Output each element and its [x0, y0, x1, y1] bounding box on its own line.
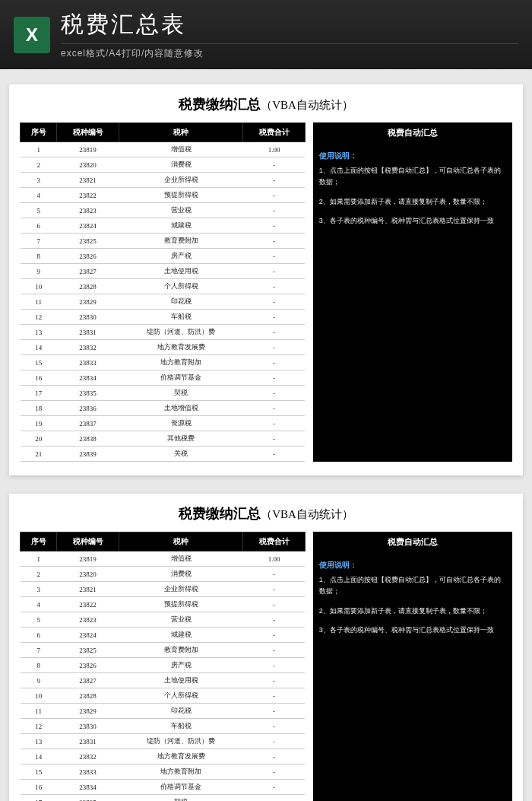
table-cell: - [243, 188, 306, 203]
excel-x-glyph: X [26, 26, 38, 44]
table-cell: - [243, 643, 306, 658]
table-cell: 1 [21, 551, 57, 567]
table-row: 323821企业所得税- [21, 582, 306, 597]
table-cell: 17 [21, 795, 57, 802]
table-row: 1423832地方教育发展费- [21, 749, 306, 764]
table-cell: - [243, 719, 306, 734]
side-panel: 税费自动汇总使用说明：1、点击上面的按钮【税费自动汇总】，可自动汇总各子表的数据… [313, 122, 512, 462]
table-row: 1523833地方教育附加- [21, 355, 306, 370]
table-cell: 12 [21, 310, 57, 325]
table-cell: 6 [21, 218, 57, 234]
table-cell: 教育费附加 [119, 234, 242, 249]
table-cell: 堤防（河道、防洪）费 [119, 325, 242, 340]
table-cell: 18 [21, 401, 57, 416]
panel-body: 使用说明：1、点击上面的按钮【税费自动汇总】，可自动汇总各子表的数据；2、如果需… [313, 552, 512, 801]
table-row: 223820消费税- [21, 567, 306, 582]
table-cell: 6 [21, 628, 57, 643]
sheet-preview-2: 税费缴纳汇总（VBA自动统计）序号税种编号税种税费合计123819增值税1.00… [9, 494, 523, 801]
header-text: 税费汇总表 excel格式/A4打印/内容随意修改 [61, 9, 518, 60]
table-cell: - [243, 173, 306, 188]
table-row: 123819增值税1.00 [21, 551, 306, 567]
sheet-title: 税费缴纳汇总（VBA自动统计） [20, 95, 512, 113]
table-cell: 城建税 [119, 628, 242, 643]
table-cell: - [243, 734, 306, 749]
table-header-cell: 序号 [21, 532, 57, 551]
table-cell: 价格调节基金 [119, 370, 242, 386]
table-cell: 4 [21, 597, 57, 612]
sheet-title-sub: （VBA自动统计） [261, 99, 353, 111]
table-cell: 13 [21, 325, 57, 340]
table-row: 1023828个人所得税- [21, 279, 306, 294]
panel-header-button[interactable]: 税费自动汇总 [313, 532, 512, 552]
table-cell: 23825 [57, 643, 119, 658]
table-cell: 23828 [57, 279, 119, 294]
table-cell: 23835 [57, 386, 119, 401]
table-cell: 地方教育发展费 [119, 749, 242, 764]
table-cell: 价格调节基金 [119, 780, 242, 795]
table-cell: - [243, 780, 306, 795]
table-header-cell: 税种 [119, 123, 242, 142]
instruction-item: 1、点击上面的按钮【税费自动汇总】，可自动汇总各子表的数据； [319, 165, 506, 189]
table-cell: 23832 [57, 340, 119, 355]
table-cell: - [243, 386, 306, 401]
table-row: 1223830车船税- [21, 719, 306, 734]
table-cell: 23834 [57, 370, 119, 386]
table-cell: - [243, 218, 306, 234]
table-cell: 16 [21, 370, 57, 386]
table-cell: 23823 [57, 612, 119, 628]
table-cell: 15 [21, 355, 57, 370]
table-cell: 23832 [57, 749, 119, 764]
table-cell: 城建税 [119, 218, 242, 234]
page-header: X 税费汇总表 excel格式/A4打印/内容随意修改 [0, 0, 532, 69]
panel-header-button[interactable]: 税费自动汇总 [313, 122, 512, 143]
table-cell: - [243, 355, 306, 370]
tax-table: 序号税种编号税种税费合计123819增值税1.00223820消费税-32382… [20, 122, 306, 462]
table-cell: 车船税 [119, 310, 242, 325]
table-cell: 23822 [57, 597, 119, 612]
table-cell: 2 [21, 157, 57, 173]
table-cell: - [243, 447, 306, 462]
table-row: 423822预提所得税- [21, 597, 306, 612]
table-row: 1423832地方教育发展费- [21, 340, 306, 355]
table-cell: - [243, 249, 306, 264]
table-cell: - [243, 279, 306, 294]
table-cell: 1 [21, 142, 57, 157]
table-cell: 印花税 [119, 294, 242, 310]
table-cell: - [243, 612, 306, 628]
table-row: 1323831堤防（河道、防洪）费- [21, 734, 306, 749]
instructions-label: 使用说明： [319, 558, 506, 571]
table-cell: 23831 [57, 734, 119, 749]
table-row: 1523833地方教育附加- [21, 764, 306, 780]
table-cell: 车船税 [119, 719, 242, 734]
table-cell: 23836 [57, 401, 119, 416]
instruction-item: 3、各子表的税种编号、税种需与汇总表格式位置保持一致 [319, 215, 506, 227]
table-cell: 企业所得税 [119, 173, 242, 188]
table-row: 1023828个人所得税- [21, 688, 306, 704]
table-cell: 14 [21, 749, 57, 764]
table-cell: 预提所得税 [119, 188, 242, 203]
instruction-item: 2、如果需要添加新子表，请直接复制子表，数量不限； [319, 196, 506, 208]
sheet-preview-1: 税费缴纳汇总（VBA自动统计）序号税种编号税种税费合计123819增值税1.00… [9, 84, 523, 475]
table-cell: 3 [21, 582, 57, 597]
table-cell: 20 [21, 431, 57, 447]
table-cell: 1.00 [243, 142, 306, 157]
table-row: 823826房产税- [21, 249, 306, 264]
table-cell: - [243, 370, 306, 386]
table-cell: 23839 [57, 447, 119, 462]
table-cell: 契税 [119, 386, 242, 401]
table-cell: 资源税 [119, 416, 242, 431]
sheet-title-main: 税费缴纳汇总 [179, 506, 261, 521]
table-cell: 印花税 [119, 704, 242, 719]
table-cell: 23824 [57, 218, 119, 234]
instruction-item: 1、点击上面的按钮【税费自动汇总】，可自动汇总各子表的数据； [319, 574, 506, 598]
table-row: 2123839关税- [21, 447, 306, 462]
table-cell: - [243, 628, 306, 643]
table-cell: 23830 [57, 719, 119, 734]
table-row: 1123829印花税- [21, 704, 306, 719]
table-cell: - [243, 795, 306, 802]
table-cell: 16 [21, 780, 57, 795]
table-cell: 2 [21, 567, 57, 582]
side-panel: 税费自动汇总使用说明：1、点击上面的按钮【税费自动汇总】，可自动汇总各子表的数据… [313, 532, 512, 801]
table-cell: - [243, 340, 306, 355]
table-cell: 23829 [57, 294, 119, 310]
